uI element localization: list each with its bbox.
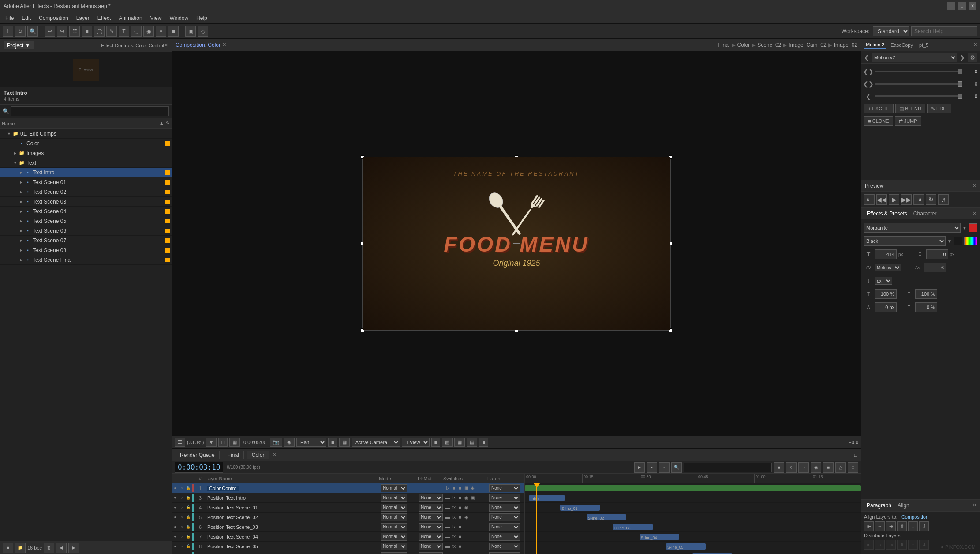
tool-3d[interactable]: ◇ — [198, 26, 208, 37]
project-search-input[interactable] — [11, 106, 169, 116]
tree-item-edit-comps[interactable]: ▼ 📁 01. Edit Comps — [0, 129, 172, 139]
tool-circle[interactable]: ◯ — [94, 26, 105, 37]
arrow-left-button[interactable]: ◀ — [56, 543, 67, 553]
camera-dropdown[interactable]: Active Camera — [352, 438, 400, 447]
trkmat-dropdown-3[interactable]: None — [419, 494, 443, 502]
sw-2-3[interactable]: ■ — [457, 495, 463, 500]
trkmat-9[interactable]: None — [419, 552, 443, 554]
tool-eraser[interactable]: ■ — [168, 26, 179, 37]
blend-button[interactable]: ▤ BLEND — [895, 104, 925, 113]
layer-solo-5[interactable]: ○ — [179, 514, 185, 520]
parent-dropdown-1[interactable]: None — [489, 484, 520, 492]
tree-item-text[interactable]: ▼ 📁 Text — [0, 158, 172, 168]
tool-box[interactable]: ■ — [82, 26, 92, 37]
character-tab-label[interactable]: Character — [912, 210, 939, 218]
layer-lock-8[interactable]: 🔒 — [185, 543, 191, 550]
layer-mode-dropdown-5[interactable]: Normal — [381, 513, 407, 521]
color-tab[interactable]: Color — [247, 451, 269, 459]
switch-fx-1[interactable]: fx — [445, 486, 450, 490]
sw-fx-6[interactable]: fx — [451, 524, 456, 529]
layer-solo-8[interactable]: ○ — [179, 543, 185, 550]
align-bottom-btn[interactable]: ⇩ — [919, 521, 929, 531]
font-color-swatch[interactable] — [969, 223, 977, 232]
crumb-final[interactable]: Final — [718, 42, 729, 48]
dist-bottom-btn[interactable]: ⇩ — [919, 540, 929, 550]
tree-item-scene-01[interactable]: ► ▪ Text Scene 01 — [0, 177, 172, 187]
preview-audio-btn[interactable]: ♬ — [938, 194, 949, 205]
tool-zoom[interactable]: 🔍 — [27, 26, 38, 37]
menu-file[interactable]: File — [2, 14, 17, 22]
sw-2-4[interactable]: ■ — [457, 505, 463, 510]
layer-lock-4[interactable]: 🔒 — [185, 505, 191, 511]
color-gradient-btn[interactable] — [964, 237, 977, 245]
tree-item-scene-07[interactable]: ► ▪ Text Scene 07 — [0, 236, 172, 245]
font-style-dropdown[interactable]: Black — [864, 236, 946, 246]
folder-button[interactable]: 📁 — [15, 543, 26, 553]
track-bar-3[interactable]: Intro — [529, 495, 565, 501]
sw-3-3[interactable]: ◉ — [464, 495, 469, 500]
layer-eye-6[interactable]: ● — [172, 524, 178, 530]
fit-btn[interactable]: □ — [218, 438, 228, 447]
layer-mode-dropdown-9[interactable]: Normal — [381, 552, 407, 554]
layer-eye-8[interactable]: ● — [172, 543, 178, 550]
workspace-dropdown[interactable]: Standard — [873, 26, 909, 36]
switch-2-1[interactable]: ■ — [451, 486, 456, 490]
comp-panel-close[interactable]: ✕ — [222, 42, 226, 48]
timeline-btn3[interactable]: ▫ — [659, 462, 670, 473]
align-tab[interactable]: Align — [896, 501, 911, 509]
layer-row-8[interactable]: ● ○ 🔒 8 Position Text Scene_05 Normal No… — [172, 542, 524, 551]
menu-view[interactable]: View — [147, 14, 165, 22]
menu-edit[interactable]: Edit — [18, 14, 34, 22]
jump-button[interactable]: ⇄ JUMP — [895, 116, 921, 126]
sort-icon[interactable]: ▲ — [159, 121, 164, 126]
font-dropdown[interactable]: Morganite — [864, 223, 961, 233]
tool-redo[interactable]: ↪ — [57, 26, 67, 37]
viewer-options-btn[interactable]: ☰ — [175, 438, 185, 447]
parent-9[interactable]: None — [489, 552, 520, 554]
effects-close[interactable]: ✕ — [973, 211, 976, 216]
timeline-btn6[interactable]: ○ — [798, 462, 809, 473]
preview-play-btn[interactable]: ▶ — [889, 194, 899, 205]
layer-mode-dropdown-6[interactable]: Normal — [381, 523, 407, 531]
tool-pen[interactable]: ✎ — [106, 26, 117, 37]
layer-solo-3[interactable]: ○ — [179, 495, 185, 501]
para-close[interactable]: ✕ — [973, 502, 976, 508]
layer-row-4[interactable]: ● ○ 🔒 4 Position Text Scene_01 Normal No… — [172, 503, 524, 513]
dist-left-btn[interactable]: ⇤ — [864, 540, 874, 550]
layer-solo-6[interactable]: ○ — [179, 524, 185, 530]
sw-2-6[interactable]: ■ — [457, 524, 463, 529]
paragraph-tab[interactable]: Paragraph — [865, 501, 893, 509]
zoom-dropdown[interactable]: ▼ — [206, 438, 217, 447]
trkmat-6[interactable]: None — [419, 523, 443, 531]
playhead[interactable] — [536, 483, 537, 554]
sw-1-8[interactable]: ▬ — [445, 544, 450, 549]
layer-mode-dropdown-1[interactable]: Normal — [381, 484, 407, 492]
tool-puppet[interactable]: ◉ — [143, 26, 154, 37]
viewer-btn3[interactable]: ▦ — [339, 438, 350, 447]
timeline-btn1[interactable]: ► — [634, 462, 645, 473]
menu-layer[interactable]: Layer — [73, 14, 93, 22]
track-bar-8[interactable]: S-Ine_05 — [666, 543, 706, 550]
preview-last-btn[interactable]: ⇥ — [913, 194, 924, 205]
sw-fx-7[interactable]: fx — [451, 534, 456, 539]
tree-item-text-intro[interactable]: ► ▪ Text Intro — [0, 168, 172, 177]
dist-center-h-btn[interactable]: ↔ — [875, 540, 885, 550]
layer-solo-4[interactable]: ○ — [179, 505, 185, 511]
motion-panel-close[interactable]: ✕ — [973, 42, 977, 48]
trkmat-5[interactable]: None — [419, 513, 443, 521]
layer-solo-1[interactable]: ○ — [179, 485, 185, 491]
sw-2-5[interactable]: ■ — [457, 515, 463, 520]
scale-h-field[interactable] — [875, 289, 897, 299]
timeline-expand-icon[interactable]: □ — [854, 452, 857, 458]
sw-1-5[interactable]: ▬ — [445, 515, 450, 520]
align-right-btn[interactable]: ⇥ — [886, 521, 896, 531]
preview-tab-label[interactable]: Preview — [865, 183, 884, 189]
tool-undo[interactable]: ↩ — [45, 26, 55, 37]
parent-dropdown-3[interactable]: None — [489, 494, 520, 502]
color-btn[interactable]: ◉ — [284, 438, 295, 447]
layer-lock-3[interactable]: 🔒 — [185, 495, 191, 501]
edit-icon[interactable]: ✎ — [166, 121, 170, 126]
sw-1-4[interactable]: ▬ — [445, 505, 450, 510]
minimize-button[interactable]: − — [947, 2, 955, 10]
close-button[interactable]: ✕ — [969, 2, 976, 10]
